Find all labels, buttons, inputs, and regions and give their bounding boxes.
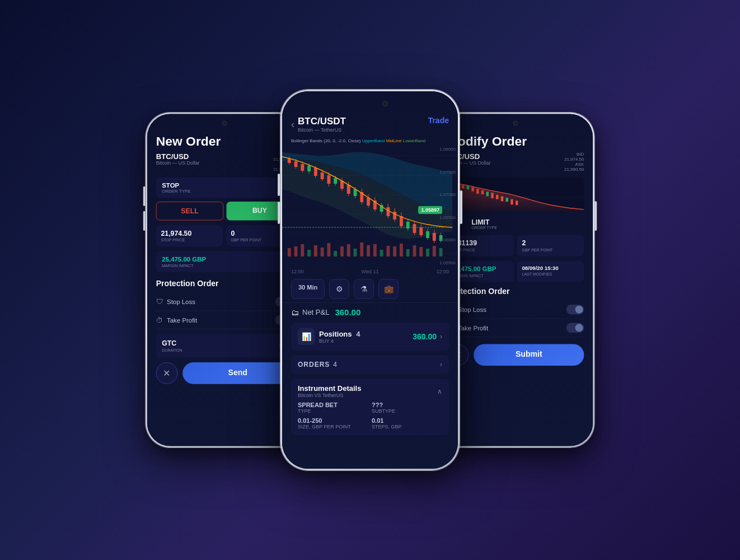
svg-rect-56 [301, 244, 304, 256]
positions-chevron-icon: › [440, 333, 442, 340]
modify-gbp-per-point-box[interactable]: 2 GBP PER POINT [517, 235, 584, 256]
size-value: 0.01-250 [298, 417, 368, 424]
volume-up-button[interactable] [143, 186, 146, 206]
mini-chart [447, 178, 584, 212]
take-profit-icon: ⏱ [156, 316, 163, 324]
gbp-per-point-label: GBP PER POINT [231, 238, 288, 242]
duration-row[interactable]: GTC DURATION ⋯ [156, 334, 293, 357]
stop-price-box[interactable]: 21,974.50 STOP PRICE [156, 225, 223, 246]
svg-rect-63 [347, 244, 350, 256]
positions-buy-label: BUY 4 [319, 338, 360, 344]
svg-rect-89 [501, 196, 503, 201]
modify-ask-value: ASK 21,990.50 [564, 162, 584, 172]
svg-rect-92 [516, 200, 518, 205]
trade-button[interactable]: Trade [428, 116, 449, 125]
portfolio-button[interactable]: 💼 [378, 279, 399, 299]
y-axis-labels: 1.08000 1.07500 1.07000 1.06500 1.06000 … [439, 144, 456, 268]
margin-impact-row: 25,475.00 GBP MARGIN IMPACT [156, 251, 293, 272]
modify-take-profit-toggle[interactable] [566, 323, 584, 333]
svg-rect-72 [406, 249, 410, 256]
duration-label: DURATION [162, 348, 182, 352]
svg-rect-83 [471, 187, 474, 192]
modify-order-type-value: LIMIT [471, 218, 497, 226]
modify-gbp-per-point-value: 2 [522, 239, 579, 247]
sell-button[interactable]: SELL [156, 202, 224, 220]
stop-loss-icon: 🛡 [156, 298, 163, 306]
last-modified-box: 08/09/20 15:30 LAST MODIFIED [517, 262, 584, 282]
y-label-6: 1.05500 [439, 260, 456, 265]
svg-rect-84 [476, 189, 479, 194]
stop-loss-row: 🛡 Stop Loss [156, 293, 293, 311]
order-type-row[interactable]: STOP ORDER TYPE ⋯ [156, 178, 293, 198]
pnl-value: 360.00 [335, 307, 360, 317]
volume-up-button[interactable] [278, 174, 280, 196]
svg-rect-91 [510, 199, 513, 205]
modify-order-screen: Modify Order BTC/USD Bitcoin — US Dollar… [438, 114, 593, 446]
svg-rect-88 [496, 195, 498, 199]
svg-rect-74 [419, 247, 423, 256]
center-phone: ‹ BTC/USDT Bitcoin — TetherUS Trade Boll… [280, 90, 460, 470]
last-modified-value: 08/09/20 15:30 [522, 265, 579, 272]
volume-down-button[interactable] [278, 202, 280, 224]
modify-bottom-actions: ✕ Submit [447, 344, 584, 366]
modify-bid-label: BID [564, 152, 584, 157]
spread-bet-value: SPREAD BET [298, 402, 368, 408]
svg-rect-76 [433, 246, 436, 256]
spread-bet-type-label: Type [298, 408, 368, 414]
stop-price-value: 21,974.50 [161, 229, 218, 237]
svg-rect-75 [426, 249, 429, 256]
back-icon[interactable]: ‹ [291, 119, 294, 130]
positions-title: Positions 4 [319, 330, 360, 338]
margin-impact-label: MARGIN IMPACT [162, 264, 287, 268]
instrument-details-grid: SPREAD BET Type ??? Subtype 0.01-250 Siz… [298, 402, 442, 430]
stop-price-label: STOP PRICE [161, 238, 218, 242]
bollinger-title: Bollinger Bands (20, 0, -2.0, Close) [291, 138, 361, 143]
power-button[interactable] [594, 201, 597, 231]
positions-row[interactable]: 📊 Positions 4 BUY 4 360.00 › [291, 323, 449, 351]
modify-margin-value: 25,475.00 GBP [452, 265, 509, 273]
order-type-label: ORDER TYPE [162, 189, 190, 194]
last-modified-label: LAST MODIFIED [522, 272, 579, 277]
modify-stop-loss-row: 🛡 Stop Loss [447, 301, 584, 319]
svg-rect-59 [321, 248, 324, 256]
x-label-3: 12:00 [436, 269, 449, 274]
bollinger-labels: Bollinger Bands (20, 0, -2.0, Close) Upp… [282, 137, 458, 144]
buy-sell-row: SELL BUY [156, 202, 293, 220]
svg-rect-90 [506, 198, 508, 202]
orders-row[interactable]: ORDERS 4 › [291, 355, 449, 374]
submit-button[interactable]: Submit [474, 344, 584, 366]
svg-rect-55 [294, 246, 298, 256]
price-badge: 1.05897 [418, 206, 442, 214]
chart-area[interactable]: 1.05897 1.08000 1.07500 1.07000 1.06500 … [282, 144, 458, 268]
cancel-button[interactable]: ✕ [156, 362, 178, 384]
svg-rect-82 [467, 186, 469, 189]
timeframe-button[interactable]: 30 Min [291, 279, 325, 299]
svg-rect-65 [360, 242, 363, 256]
modify-stop-loss-label: Stop Loss [458, 306, 486, 313]
limit-price-label: LIMIT PRICE [452, 248, 509, 253]
svg-rect-85 [481, 190, 484, 194]
spread-bet-subtype-value: ??? [372, 402, 442, 408]
y-label-3: 1.07000 [439, 192, 456, 197]
modify-bid-ask-display: BID 21,974.50 ASK 21,990.50 [564, 152, 584, 171]
y-label-2: 1.07500 [439, 170, 456, 175]
volume-down-button[interactable] [143, 211, 146, 231]
modify-gbp-per-point-label: GBP PER POINT [522, 248, 579, 253]
modify-order-type-label: ORDER TYPE [471, 226, 497, 230]
steps-value: 0.01 [372, 417, 442, 424]
modify-stop-loss-toggle[interactable] [566, 305, 584, 315]
send-button[interactable]: Send [182, 362, 293, 384]
price-row: 21,974.50 STOP PRICE 0 GBP PER POINT [156, 225, 293, 246]
stop-loss-label: Stop Loss [167, 298, 195, 305]
camera-icon [382, 101, 388, 106]
indicators-button[interactable]: ⚙ [329, 279, 349, 299]
svg-rect-61 [334, 251, 337, 256]
instrument-details-section[interactable]: Instrument Details Bitcoin VS TetherUS ∧… [291, 379, 449, 435]
svg-rect-73 [413, 245, 416, 256]
modify-price-row: 1.31139 LIMIT PRICE 2 GBP PER POINT [447, 235, 584, 256]
bollinger-lower-label: LowerBand [403, 138, 425, 143]
power-button[interactable] [460, 190, 462, 224]
modify-take-profit-label: Take Profit [458, 324, 488, 332]
analysis-button[interactable]: ⚗ [354, 279, 374, 299]
svg-rect-58 [314, 245, 317, 256]
